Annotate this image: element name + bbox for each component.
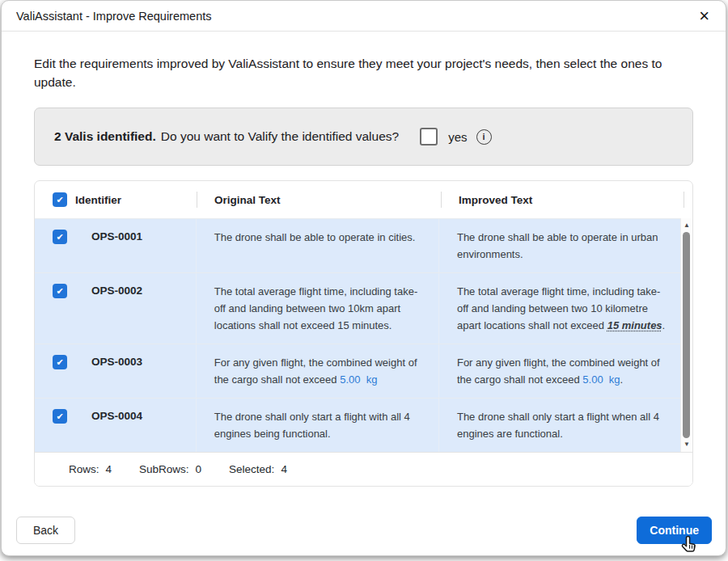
- identifier-cell: ✔OPS-0001: [35, 219, 196, 272]
- identifier-cell: ✔OPS-0004: [35, 399, 196, 452]
- selected-value: 4: [281, 463, 287, 475]
- rows-value: 4: [106, 463, 112, 475]
- valify-question: Do you want to Valify the identified val…: [161, 129, 399, 144]
- table-summary: Rows:4 SubRows:0 Selected:4: [35, 452, 692, 486]
- header-cell-original: Original Text: [197, 181, 441, 218]
- back-button[interactable]: Back: [16, 517, 75, 544]
- row-checkbox[interactable]: ✔: [53, 230, 67, 244]
- valify-yes-checkbox[interactable]: [420, 128, 438, 146]
- dialog-actions: Back Continue: [16, 517, 712, 544]
- info-icon-glyph: i: [482, 132, 485, 141]
- header-cell-improved: Improved Text: [441, 181, 684, 218]
- scrollbar[interactable]: ▲ ▼: [680, 218, 692, 452]
- subrows-value: 0: [196, 463, 202, 475]
- column-header-original-text: Original Text: [214, 194, 281, 206]
- dialog-titlebar: ValiAssistant - Improve Requirements ×: [2, 1, 726, 32]
- original-text-cell: The total average flight time, including…: [196, 273, 438, 344]
- dialog-title: ValiAssistant - Improve Requirements: [16, 10, 212, 23]
- original-text-cell: The drone shall be able to operate in ci…: [196, 219, 438, 272]
- row-identifier: OPS-0001: [91, 230, 142, 243]
- header-cell-identifier: ✔ Identifier: [35, 181, 197, 218]
- identifier-cell: ✔OPS-0003: [35, 344, 196, 398]
- rows-label: Rows:: [69, 463, 99, 475]
- improved-text-cell[interactable]: The drone shall only start a flight when…: [438, 399, 680, 452]
- info-icon[interactable]: i: [476, 129, 492, 145]
- scrollbar-up-arrow[interactable]: ▲: [681, 221, 692, 230]
- improved-text-cell[interactable]: The drone shall be able to operate in ur…: [438, 219, 680, 272]
- valify-banner: 2 Valis identified. Do you want to Valif…: [34, 108, 693, 166]
- intro-text: Edit the requirements improved by ValiAs…: [34, 54, 693, 91]
- scrollbar-thumb[interactable]: [683, 232, 690, 438]
- improved-text-cell[interactable]: For any given flight, the combined weigh…: [438, 344, 680, 398]
- continue-button[interactable]: Continue: [637, 517, 712, 544]
- improved-text-cell[interactable]: The total average flight time, including…: [438, 273, 680, 344]
- original-text-cell: The drone shall only start a flight with…: [196, 399, 438, 452]
- valis-count-text: 2 Valis identified.: [54, 129, 156, 144]
- column-header-identifier: Identifier: [75, 194, 121, 206]
- subrows-label: SubRows:: [139, 463, 189, 475]
- selected-label: Selected:: [229, 463, 274, 475]
- row-checkbox[interactable]: ✔: [53, 355, 67, 369]
- original-text-cell: For any given flight, the combined weigh…: [196, 344, 438, 398]
- valify-yes-label[interactable]: yes: [448, 130, 467, 144]
- identifier-cell: ✔OPS-0002: [35, 273, 196, 344]
- table-header: ✔ Identifier Original Text Improved Text: [35, 181, 692, 218]
- row-checkbox[interactable]: ✔: [53, 284, 67, 298]
- row-checkbox[interactable]: ✔: [53, 409, 67, 424]
- table-row: ✔OPS-0003For any given flight, the combi…: [35, 344, 692, 398]
- column-header-improved-text: Improved Text: [459, 194, 532, 206]
- row-identifier: OPS-0004: [91, 409, 142, 422]
- row-identifier: OPS-0003: [91, 355, 142, 368]
- table-row: ✔OPS-0002The total average flight time, …: [35, 272, 692, 344]
- close-button[interactable]: ×: [696, 8, 713, 24]
- scrollbar-down-arrow[interactable]: ▼: [681, 441, 692, 449]
- requirements-table: ✔ Identifier Original Text Improved Text…: [34, 180, 693, 487]
- row-identifier: OPS-0002: [91, 284, 142, 297]
- valiassistant-dialog: ValiAssistant - Improve Requirements × E…: [1, 0, 726, 556]
- table-body: ✔OPS-0001The drone shall be able to oper…: [35, 218, 692, 452]
- table-row: ✔OPS-0004The drone shall only start a fl…: [35, 398, 692, 452]
- close-icon: ×: [699, 6, 709, 26]
- select-all-checkbox[interactable]: ✔: [53, 192, 67, 207]
- dialog-content: Edit the requirements improved by ValiAs…: [2, 54, 726, 487]
- table-row: ✔OPS-0001The drone shall be able to oper…: [35, 218, 692, 272]
